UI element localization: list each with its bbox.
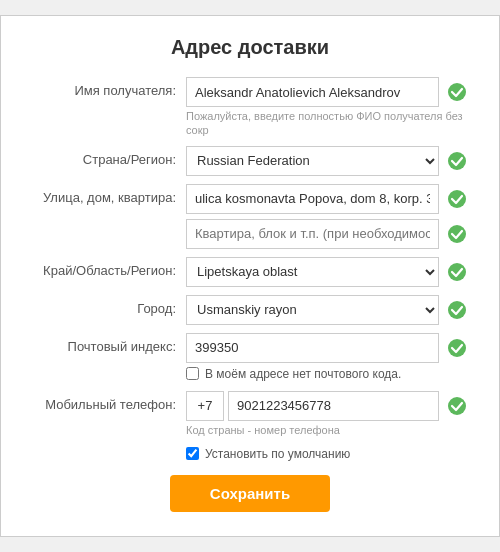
apt-check-icon (445, 222, 469, 246)
recipient-input[interactable] (186, 77, 439, 107)
recipient-label: Имя получателя: (31, 77, 186, 100)
default-row: Установить по умолчанию (31, 447, 469, 461)
no-postal-row: В моём адресе нет почтового кода. (186, 367, 469, 381)
dialog-title: Адрес доставки (31, 36, 469, 59)
country-field-inner: Russian Federation (186, 146, 469, 176)
phone-row: Мобильный телефон: Код страны - номер те… (31, 391, 469, 437)
street-input[interactable] (186, 184, 439, 214)
city-row: Город: Usmanskiy rayon (31, 295, 469, 325)
recipient-row: Имя получателя: Пожалуйста, введите полн… (31, 77, 469, 138)
street-check-icon (445, 187, 469, 211)
country-row: Страна/Регион: Russian Federation (31, 146, 469, 176)
city-label: Город: (31, 295, 186, 318)
postal-row: Почтовый индекс: В моём адресе нет почто… (31, 333, 469, 383)
apt-input[interactable] (186, 219, 439, 249)
phone-field-col: Код страны - номер телефона (186, 391, 469, 437)
svg-point-4 (448, 263, 466, 281)
region-field-inner: Lipetskaya oblast (186, 257, 469, 287)
phone-number-input[interactable] (228, 391, 439, 421)
phone-field-inner (186, 391, 469, 421)
save-button[interactable]: Сохранить (170, 475, 330, 512)
country-select[interactable]: Russian Federation (186, 146, 439, 176)
no-postal-checkbox[interactable] (186, 367, 199, 380)
recipient-field-inner (186, 77, 469, 107)
city-select[interactable]: Usmanskiy rayon (186, 295, 439, 325)
postal-field-col: В моём адресе нет почтового кода. (186, 333, 469, 383)
default-field: Установить по умолчанию (186, 447, 469, 461)
svg-point-1 (448, 152, 466, 170)
phone-hint: Код страны - номер телефона (186, 421, 469, 437)
street-row: Улица, дом, квартира: (31, 184, 469, 249)
delivery-address-dialog: Адрес доставки Имя получателя: Пожалуйст… (0, 15, 500, 537)
default-checkbox-label: Установить по умолчанию (205, 447, 350, 461)
postal-label: Почтовый индекс: (31, 333, 186, 356)
region-select[interactable]: Lipetskaya oblast (186, 257, 439, 287)
region-label: Край/Область/Регион: (31, 257, 186, 280)
phone-wrap (186, 391, 439, 421)
svg-point-0 (448, 83, 466, 101)
svg-point-7 (448, 397, 466, 415)
postal-field-inner (186, 333, 469, 363)
svg-point-5 (448, 301, 466, 319)
street-field-col (186, 184, 469, 249)
region-row: Край/Область/Регион: Lipetskaya oblast (31, 257, 469, 287)
region-check-icon (445, 260, 469, 284)
phone-check-icon (445, 394, 469, 418)
svg-point-3 (448, 225, 466, 243)
recipient-hint: Пожалуйста, введите полностью ФИО получа… (186, 107, 469, 138)
default-checkbox[interactable] (186, 447, 199, 460)
street-field-inner (186, 184, 469, 214)
phone-label: Мобильный телефон: (31, 391, 186, 414)
svg-point-6 (448, 339, 466, 357)
country-label: Страна/Регион: (31, 146, 186, 169)
country-check-icon (445, 149, 469, 173)
recipient-check-icon (445, 80, 469, 104)
apt-field-inner (186, 219, 469, 249)
svg-point-2 (448, 190, 466, 208)
postal-check-icon (445, 336, 469, 360)
city-field-inner: Usmanskiy rayon (186, 295, 469, 325)
postal-input[interactable] (186, 333, 439, 363)
recipient-field-col: Пожалуйста, введите полностью ФИО получа… (186, 77, 469, 138)
city-check-icon (445, 298, 469, 322)
street-label: Улица, дом, квартира: (31, 184, 186, 207)
no-postal-label: В моём адресе нет почтового кода. (205, 367, 401, 381)
phone-country-input[interactable] (186, 391, 224, 421)
